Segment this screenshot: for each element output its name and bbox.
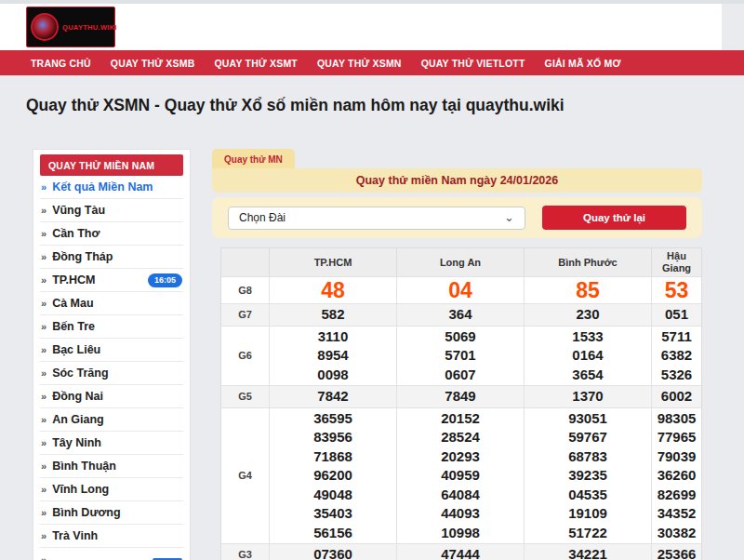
lottery-number: 48 — [270, 278, 396, 302]
lottery-number: 44093 — [397, 504, 524, 524]
prize-label: G7 — [221, 304, 269, 326]
double-chevron-icon: » — [41, 507, 46, 518]
sidebar-item[interactable]: »Bình Thuận — [40, 455, 183, 478]
sidebar-item-label: Trà Vinh — [52, 529, 98, 542]
site-header: QUAYTHU.WIKI — [0, 4, 722, 50]
prize-numbers-col: 364 — [396, 304, 524, 326]
sidebar-item[interactable]: »Đồng Nai — [40, 385, 183, 408]
sidebar-item[interactable]: »TP.HCM16:05 — [40, 269, 183, 292]
retry-button[interactable]: Quay thử lại — [542, 206, 686, 230]
prize-row-g7: G7582364230051 — [221, 303, 701, 326]
lottery-number: 7842 — [270, 387, 396, 407]
nav-item-5[interactable]: GIẢI MÃ XỐ MƠ — [545, 58, 621, 69]
lottery-number: 7849 — [397, 387, 524, 407]
prize-row-g4: G436595839567186896200490483540356156201… — [221, 407, 701, 544]
sidebar-item[interactable]: »Vũng Tàu — [40, 199, 183, 222]
title-band: Quay thử XSMN - Quay thử Xổ số miền nam … — [0, 75, 744, 149]
site-logo[interactable]: QUAYTHU.WIKI — [26, 7, 115, 47]
prize-numbers-col: 98305779657903936260826993435230382 — [651, 408, 701, 544]
lottery-number: 5701 — [397, 346, 524, 366]
double-chevron-icon: » — [41, 437, 46, 448]
sidebar-item[interactable]: »Đồng Tháp — [40, 246, 183, 269]
lottery-number: 34221 — [525, 545, 651, 560]
prize-numbers-col: 36595839567186896200490483540356156 — [269, 408, 396, 544]
lottery-number: 364 — [397, 305, 524, 325]
lottery-number: 39235 — [525, 466, 651, 486]
sidebar-item[interactable]: »Sóc Trăng — [40, 362, 183, 385]
prize-numbers-col: 47444 — [396, 544, 524, 560]
sidebar-item[interactable]: »Tây Ninh — [40, 432, 183, 455]
sidebar-item[interactable]: »Cần Thơ — [40, 222, 183, 246]
sidebar: QUAY THỬ MIỀN NAM »Kết quả Miền Nam»Vũng… — [33, 149, 191, 560]
lottery-number: 1533 — [525, 327, 651, 347]
prize-numbers-col: 7842 — [269, 386, 396, 407]
lottery-number: 230 — [525, 305, 651, 325]
sidebar-item[interactable]: »Trà Vinh — [40, 525, 183, 548]
sidebar-item-label: Đồng Tháp — [52, 250, 113, 263]
sidebar-item-label: Sóc Trăng — [52, 367, 108, 380]
double-chevron-icon: » — [41, 367, 46, 379]
lottery-number: 5069 — [397, 327, 524, 347]
lottery-number: 36260 — [652, 466, 701, 486]
results-header-row: TP.HCMLong AnBình PhướcHậu Giang — [221, 248, 701, 276]
lottery-number: 82699 — [652, 486, 701, 505]
sidebar-item-label: Cần Thơ — [52, 227, 100, 240]
prize-numbers-col: 07360 — [269, 544, 396, 560]
prize-label: G8 — [221, 277, 269, 303]
double-chevron-icon: » — [41, 414, 46, 425]
sidebar-item[interactable]: »Kết quả Miền Nam — [40, 176, 183, 199]
station-select[interactable]: Chọn Đài ⌄ — [228, 207, 525, 230]
double-chevron-icon: » — [41, 205, 46, 216]
sidebar-item[interactable]: » — [40, 548, 183, 560]
lottery-number: 34352 — [652, 504, 701, 524]
lottery-number: 19109 — [525, 504, 651, 524]
prize-numbers-col: 93051597676878339235045351910951722 — [524, 408, 651, 544]
column-header: Hậu Giang — [651, 248, 701, 276]
lottery-number: 59767 — [525, 428, 651, 447]
sidebar-item-label: Kết quả Miền Nam — [52, 180, 153, 193]
lottery-number: 49048 — [270, 486, 396, 505]
nav-item-1[interactable]: QUAY THỬ XSMB — [111, 58, 195, 69]
nav-item-0[interactable]: TRANG CHỦ — [31, 58, 91, 69]
prize-row-g8: G848048553 — [221, 276, 701, 303]
dragon-logo-icon — [31, 13, 59, 41]
lottery-number: 6382 — [652, 346, 701, 366]
prize-row-g3: G307360474443422125366 — [221, 543, 701, 560]
sidebar-item-label: Bình Dương — [52, 506, 120, 519]
lottery-number: 3654 — [525, 366, 651, 385]
lottery-number: 04 — [397, 278, 524, 302]
sidebar-item-label: Vĩnh Long — [52, 483, 109, 496]
lottery-number: 56156 — [270, 524, 396, 543]
prize-row-g5: G57842784913706002 — [221, 385, 701, 407]
sidebar-item[interactable]: »Bến Tre — [40, 315, 183, 339]
nav-item-4[interactable]: QUAY THỬ VIETLOTT — [421, 58, 525, 69]
sidebar-item[interactable]: »Cà Mau — [40, 292, 183, 315]
double-chevron-icon: » — [41, 460, 46, 472]
double-chevron-icon: » — [41, 484, 46, 495]
prize-numbers-col: 48 — [269, 277, 396, 303]
draw-time-badge: 16:05 — [148, 273, 182, 287]
prize-numbers-col: 506957010607 — [396, 327, 524, 386]
nav-item-3[interactable]: QUAY THỬ XSMN — [317, 58, 402, 69]
sidebar-item-label: An Giang — [52, 413, 104, 426]
logo-text: QUAYTHU.WIKI — [62, 23, 117, 32]
column-header — [221, 248, 269, 276]
prize-numbers-col: 1370 — [524, 386, 651, 407]
prize-numbers-col: 6002 — [651, 386, 701, 407]
sidebar-item[interactable]: »Vĩnh Long — [40, 478, 183, 501]
lottery-number: 53 — [652, 278, 701, 302]
prize-row-g6: G631108954009850695701060715330164365457… — [221, 326, 701, 386]
double-chevron-icon: » — [41, 391, 46, 402]
sidebar-item[interactable]: »Bạc Liêu — [40, 339, 183, 362]
prize-numbers-col: 7849 — [396, 386, 524, 407]
sidebar-item[interactable]: »An Giang — [40, 408, 183, 432]
lottery-number: 0164 — [525, 346, 651, 366]
main-nav: TRANG CHỦQUAY THỬ XSMBQUAY THỬ XSMTQUAY … — [0, 50, 744, 75]
nav-item-2[interactable]: QUAY THỬ XSMT — [214, 58, 298, 69]
prize-numbers-col: 25366 — [651, 544, 701, 560]
lottery-number: 77965 — [652, 428, 701, 447]
sidebar-item-label: Đồng Nai — [52, 390, 103, 403]
lottery-number: 8954 — [270, 346, 396, 366]
tab-quay-thu-mn[interactable]: Quay thử MN — [212, 149, 295, 168]
sidebar-item[interactable]: »Bình Dương — [40, 501, 183, 525]
